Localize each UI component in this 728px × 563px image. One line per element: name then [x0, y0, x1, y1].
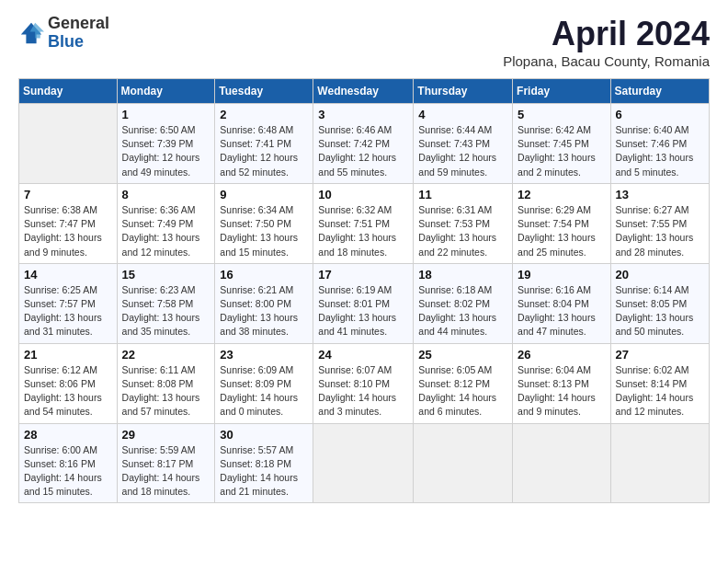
- day-number: 21: [24, 348, 112, 362]
- day-number: 13: [616, 188, 704, 201]
- day-info: Sunrise: 6:25 AMSunset: 7:57 PMDaylight:…: [24, 283, 112, 339]
- day-info: Sunrise: 5:59 AMSunset: 8:17 PMDaylight:…: [122, 443, 210, 500]
- day-number: 15: [122, 268, 210, 282]
- day-number: 11: [418, 188, 507, 201]
- calendar-cell: 5 Sunrise: 6:42 AMSunset: 7:45 PMDayligh…: [513, 104, 611, 184]
- day-number: 18: [418, 268, 507, 282]
- calendar-cell: 25 Sunrise: 6:05 AMSunset: 8:12 PMDaylig…: [414, 343, 513, 423]
- day-info: Sunrise: 6:44 AMSunset: 7:43 PMDaylight:…: [418, 123, 507, 179]
- calendar-cell: 11 Sunrise: 6:31 AMSunset: 7:53 PMDaylig…: [414, 183, 513, 263]
- day-number: 4: [418, 108, 507, 121]
- header: General Blue April 2024 Plopana, Bacau C…: [18, 15, 710, 69]
- day-number: 8: [122, 188, 210, 201]
- calendar-cell: 29 Sunrise: 5:59 AMSunset: 8:17 PMDaylig…: [117, 423, 215, 503]
- day-number: 20: [616, 268, 704, 282]
- week-row-1: 1 Sunrise: 6:50 AMSunset: 7:39 PMDayligh…: [19, 104, 710, 184]
- calendar-cell: [610, 423, 709, 503]
- calendar-cell: 28 Sunrise: 6:00 AMSunset: 8:16 PMDaylig…: [19, 423, 118, 503]
- page: General Blue April 2024 Plopana, Bacau C…: [0, 0, 728, 563]
- day-info: Sunrise: 6:32 AMSunset: 7:51 PMDaylight:…: [318, 203, 408, 259]
- calendar-cell: 2 Sunrise: 6:48 AMSunset: 7:41 PMDayligh…: [215, 104, 313, 184]
- logo-general-text: General: [48, 15, 109, 33]
- calendar-cell: [414, 423, 513, 503]
- logo: General Blue: [18, 15, 109, 52]
- calendar-cell: 18 Sunrise: 6:18 AMSunset: 8:02 PMDaylig…: [414, 263, 513, 343]
- calendar-cell: 3 Sunrise: 6:46 AMSunset: 7:42 PMDayligh…: [313, 104, 414, 184]
- day-number: 23: [220, 348, 308, 362]
- day-info: Sunrise: 6:05 AMSunset: 8:12 PMDaylight:…: [418, 363, 507, 419]
- day-number: 3: [318, 108, 408, 121]
- day-header-wednesday: Wednesday: [313, 79, 414, 104]
- calendar-table: SundayMondayTuesdayWednesdayThursdayFrid…: [18, 78, 710, 503]
- calendar-cell: 20 Sunrise: 6:14 AMSunset: 8:05 PMDaylig…: [610, 263, 709, 343]
- day-info: Sunrise: 6:38 AMSunset: 7:47 PMDaylight:…: [24, 203, 112, 259]
- day-info: Sunrise: 6:48 AMSunset: 7:41 PMDaylight:…: [220, 123, 308, 179]
- calendar-cell: [513, 423, 611, 503]
- day-number: 26: [518, 348, 606, 362]
- calendar-cell: 9 Sunrise: 6:34 AMSunset: 7:50 PMDayligh…: [215, 183, 313, 263]
- day-header-thursday: Thursday: [414, 79, 513, 104]
- day-info: Sunrise: 6:40 AMSunset: 7:46 PMDaylight:…: [616, 123, 704, 179]
- day-info: Sunrise: 6:00 AMSunset: 8:16 PMDaylight:…: [24, 443, 112, 500]
- day-number: 22: [122, 348, 210, 362]
- day-header-monday: Monday: [117, 79, 215, 104]
- day-number: 24: [318, 348, 408, 362]
- day-info: Sunrise: 6:09 AMSunset: 8:09 PMDaylight:…: [220, 363, 308, 419]
- calendar-cell: 4 Sunrise: 6:44 AMSunset: 7:43 PMDayligh…: [414, 104, 513, 184]
- day-number: 7: [24, 188, 112, 201]
- calendar-cell: 12 Sunrise: 6:29 AMSunset: 7:54 PMDaylig…: [513, 183, 611, 263]
- calendar-cell: 24 Sunrise: 6:07 AMSunset: 8:10 PMDaylig…: [313, 343, 414, 423]
- calendar-header-row: SundayMondayTuesdayWednesdayThursdayFrid…: [19, 79, 710, 104]
- day-header-friday: Friday: [513, 79, 611, 104]
- logo-icon: [18, 20, 44, 46]
- day-number: 12: [518, 188, 606, 201]
- calendar-cell: 16 Sunrise: 6:21 AMSunset: 8:00 PMDaylig…: [215, 263, 313, 343]
- day-number: 19: [518, 268, 606, 282]
- day-info: Sunrise: 6:50 AMSunset: 7:39 PMDaylight:…: [122, 123, 210, 179]
- day-info: Sunrise: 6:46 AMSunset: 7:42 PMDaylight:…: [318, 123, 408, 179]
- day-info: Sunrise: 6:07 AMSunset: 8:10 PMDaylight:…: [318, 363, 408, 419]
- day-number: 30: [220, 428, 308, 442]
- day-info: Sunrise: 6:31 AMSunset: 7:53 PMDaylight:…: [418, 203, 507, 259]
- calendar-cell: 22 Sunrise: 6:11 AMSunset: 8:08 PMDaylig…: [117, 343, 215, 423]
- calendar-cell: 17 Sunrise: 6:19 AMSunset: 8:01 PMDaylig…: [313, 263, 414, 343]
- day-number: 6: [616, 108, 704, 121]
- subtitle: Plopana, Bacau County, Romania: [503, 53, 710, 69]
- day-number: 5: [518, 108, 606, 121]
- day-number: 28: [24, 428, 112, 442]
- day-info: Sunrise: 6:02 AMSunset: 8:14 PMDaylight:…: [616, 363, 704, 419]
- day-number: 9: [220, 188, 308, 201]
- day-header-tuesday: Tuesday: [215, 79, 313, 104]
- calendar-cell: 7 Sunrise: 6:38 AMSunset: 7:47 PMDayligh…: [19, 183, 118, 263]
- calendar-cell: 21 Sunrise: 6:12 AMSunset: 8:06 PMDaylig…: [19, 343, 118, 423]
- day-info: Sunrise: 6:12 AMSunset: 8:06 PMDaylight:…: [24, 363, 112, 419]
- calendar-cell: 26 Sunrise: 6:04 AMSunset: 8:13 PMDaylig…: [513, 343, 611, 423]
- calendar-cell: [19, 104, 118, 184]
- calendar-cell: 27 Sunrise: 6:02 AMSunset: 8:14 PMDaylig…: [610, 343, 709, 423]
- calendar-cell: 30 Sunrise: 5:57 AMSunset: 8:18 PMDaylig…: [215, 423, 313, 503]
- day-info: Sunrise: 6:18 AMSunset: 8:02 PMDaylight:…: [418, 283, 507, 339]
- day-info: Sunrise: 6:14 AMSunset: 8:05 PMDaylight:…: [616, 283, 704, 339]
- day-number: 25: [418, 348, 507, 362]
- day-info: Sunrise: 6:11 AMSunset: 8:08 PMDaylight:…: [122, 363, 210, 419]
- day-header-saturday: Saturday: [610, 79, 709, 104]
- calendar-cell: 19 Sunrise: 6:16 AMSunset: 8:04 PMDaylig…: [513, 263, 611, 343]
- logo-blue-text: Blue: [48, 33, 109, 52]
- calendar-cell: 10 Sunrise: 6:32 AMSunset: 7:51 PMDaylig…: [313, 183, 414, 263]
- day-info: Sunrise: 6:36 AMSunset: 7:49 PMDaylight:…: [122, 203, 210, 259]
- day-number: 29: [122, 428, 210, 442]
- week-row-2: 7 Sunrise: 6:38 AMSunset: 7:47 PMDayligh…: [19, 183, 710, 263]
- calendar-cell: 14 Sunrise: 6:25 AMSunset: 7:57 PMDaylig…: [19, 263, 118, 343]
- day-number: 14: [24, 268, 112, 282]
- day-info: Sunrise: 6:16 AMSunset: 8:04 PMDaylight:…: [518, 283, 606, 339]
- day-info: Sunrise: 6:19 AMSunset: 8:01 PMDaylight:…: [318, 283, 408, 339]
- day-number: 10: [318, 188, 408, 201]
- day-info: Sunrise: 6:23 AMSunset: 7:58 PMDaylight:…: [122, 283, 210, 339]
- day-header-sunday: Sunday: [19, 79, 118, 104]
- day-number: 16: [220, 268, 308, 282]
- day-info: Sunrise: 6:21 AMSunset: 8:00 PMDaylight:…: [220, 283, 308, 339]
- day-info: Sunrise: 6:34 AMSunset: 7:50 PMDaylight:…: [220, 203, 308, 259]
- calendar-cell: 6 Sunrise: 6:40 AMSunset: 7:46 PMDayligh…: [610, 104, 709, 184]
- day-info: Sunrise: 6:04 AMSunset: 8:13 PMDaylight:…: [518, 363, 606, 419]
- day-info: Sunrise: 5:57 AMSunset: 8:18 PMDaylight:…: [220, 443, 308, 500]
